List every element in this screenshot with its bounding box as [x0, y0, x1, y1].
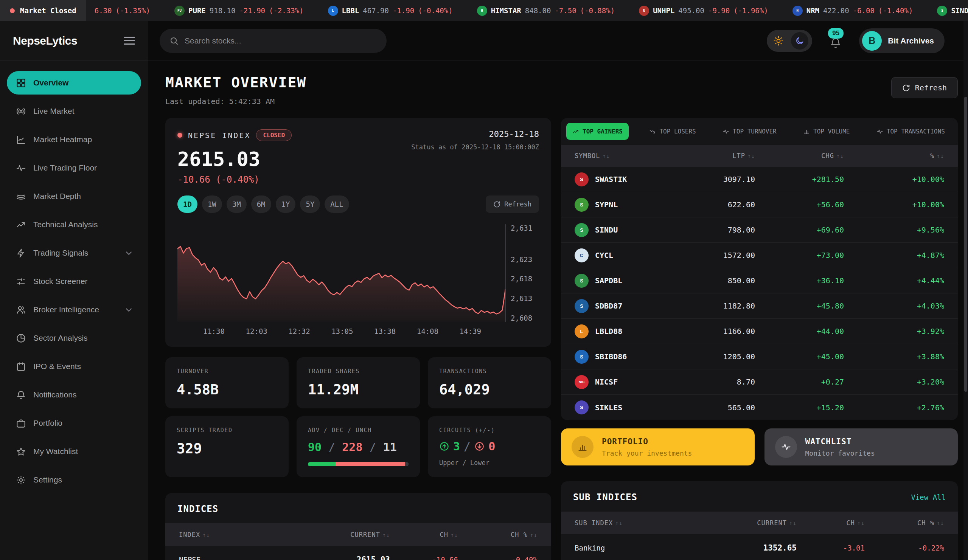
mover-row-cycl[interactable]: C CYCL 1572.00 +73.00 +4.87%: [561, 243, 958, 268]
column-header[interactable]: INDEX↑↓: [179, 531, 307, 538]
sub-index-row-banking[interactable]: Banking 1352.65 -3.01 -0.22%: [561, 534, 958, 560]
mover-row-sapdbl[interactable]: S SAPDBL 850.00 +36.10 +4.44%: [561, 268, 958, 293]
bars-icon: [803, 128, 810, 135]
y-axis-label: 2,613: [511, 294, 532, 303]
tab-top-turnover[interactable]: TOP TURNOVER: [716, 123, 782, 140]
range-button-1d[interactable]: 1D: [177, 196, 197, 213]
bell-icon: [16, 390, 26, 400]
ticker-pct: (-1.40%): [878, 7, 913, 15]
sort-icon: ↑↓: [530, 532, 537, 538]
sidebar-item-live-market[interactable]: Live Market: [7, 99, 141, 123]
sidebar-item-settings[interactable]: Settings: [7, 468, 141, 492]
sidebar-item-notifications[interactable]: Notifications: [7, 383, 141, 406]
column-header[interactable]: CH %↑↓: [458, 531, 537, 538]
sidebar-item-market-depth[interactable]: Market Depth: [7, 184, 141, 208]
sidebar-collapse-button[interactable]: [124, 36, 135, 45]
sidebar-item-trading-signals[interactable]: Trading Signals: [7, 241, 141, 265]
range-button-1w[interactable]: 1W: [202, 196, 222, 213]
column-header[interactable]: CH↑↓: [390, 531, 458, 538]
ticker-item-himstar[interactable]: HHIMSTAR848.00-7.50(-0.88%): [477, 6, 615, 16]
stock-change: +45.80: [755, 302, 844, 310]
sidebar-item-technical-analysis[interactable]: Technical Analysis: [7, 213, 141, 236]
page-refresh-label: Refresh: [915, 83, 947, 92]
avatar: B: [862, 31, 882, 51]
sidebar-item-portfolio[interactable]: Portfolio: [7, 411, 141, 435]
sidebar-nav: Overview Live Market Market Heatmap Live…: [0, 61, 148, 502]
ticker-item-pure[interactable]: PUPURE918.10-21.90(-2.33%): [174, 6, 304, 16]
mover-row-sikles[interactable]: S SIKLES 565.00 +15.20 +2.76%: [561, 395, 958, 420]
ticker-item[interactable]: 6.30(-1.35%): [94, 7, 150, 15]
range-button-6m[interactable]: 6M: [251, 196, 271, 213]
column-header[interactable]: CURRENT↑↓: [307, 531, 390, 538]
watchlist-button[interactable]: WATCHLIST Monitor favorites: [764, 428, 958, 466]
mover-row-swastik[interactable]: S SWASTIK 3097.10 +281.50 +10.00%: [561, 167, 958, 192]
search-bar[interactable]: [160, 29, 386, 53]
column-header[interactable]: SUB INDEX↑↓: [575, 519, 713, 527]
column-header[interactable]: CH %↑↓: [865, 519, 944, 527]
stock-logo: S: [575, 223, 588, 237]
sidebar-item-market-heatmap[interactable]: Market Heatmap: [7, 128, 141, 151]
stock-symbol: SWASTIK: [595, 175, 627, 184]
sidebar-item-broker-intelligence[interactable]: Broker Intelligence: [7, 298, 141, 321]
mover-row-lbld88[interactable]: L LBLD88 1166.00 +44.00 +3.92%: [561, 319, 958, 344]
mover-row-sypnl[interactable]: S SYPNL 622.60 +56.60 +10.00%: [561, 192, 958, 217]
scrollbar-thumb[interactable]: [964, 97, 967, 392]
view-all-link[interactable]: View All: [911, 493, 946, 501]
topbar: 95 B Bit Archives: [148, 21, 968, 61]
ticker-item-nrm[interactable]: NNRM422.00-6.00(-1.40%): [792, 6, 913, 16]
declined-count: 228: [342, 441, 362, 454]
range-button-1y[interactable]: 1Y: [276, 196, 296, 213]
stock-change: +15.20: [755, 403, 844, 412]
stat-card-traded-shares: TRADED SHARES 11.29M: [297, 357, 420, 408]
range-button-5y[interactable]: 5Y: [300, 196, 320, 213]
sidebar-item-sector-analysis[interactable]: Sector Analysis: [7, 326, 141, 350]
column-header[interactable]: LTP↑↓: [676, 152, 755, 159]
sort-icon: ↑↓: [937, 153, 944, 159]
column-header[interactable]: CHG↑↓: [755, 152, 844, 159]
ticker-symbol: PURE: [188, 7, 206, 15]
sidebar-item-label: Overview: [33, 78, 68, 87]
page-refresh-button[interactable]: Refresh: [891, 77, 958, 98]
mover-row-sbibd86[interactable]: S SBIBD86 1205.00 +45.00 +3.88%: [561, 344, 958, 369]
mover-row-nicsf[interactable]: NIC NICSF 8.70 +0.27 +3.20%: [561, 369, 958, 395]
sidebar-item-stock-screener[interactable]: Stock Screener: [7, 270, 141, 293]
sidebar-item-live-trading-floor[interactable]: Live Trading Floor: [7, 156, 141, 180]
column-header[interactable]: CURRENT↑↓: [713, 519, 797, 527]
column-header[interactable]: SYMBOL↑↓: [575, 152, 676, 159]
index-row-nepse[interactable]: NEPSE 2615.03 -10.66 -0.40%: [165, 546, 551, 560]
index-row-current: 1352.65: [713, 543, 797, 552]
sidebar-item-label: Live Market: [33, 107, 75, 116]
page-scrollbar[interactable]: [963, 21, 968, 560]
range-button-all[interactable]: ALL: [325, 196, 349, 213]
column-header[interactable]: %↑↓: [844, 152, 944, 159]
mover-row-sindu[interactable]: S SINDU 798.00 +69.60 +9.56%: [561, 217, 958, 243]
tab-top-volume[interactable]: TOP VOLUME: [797, 123, 856, 140]
stock-ltp: 1182.80: [676, 302, 755, 310]
notifications-button[interactable]: 95: [827, 33, 844, 49]
ticker-item-unhpl[interactable]: UUNHPL495.00-9.90(-1.96%): [639, 6, 768, 16]
tab-top-gainers[interactable]: TOP GAINERS: [566, 123, 629, 140]
tab-top-transactions[interactable]: TOP TRANSACTIONS: [870, 123, 951, 140]
stock-ltp: 1166.00: [676, 327, 755, 336]
right-column: TOP GAINERSTOP LOSERSTOP TURNOVERTOP VOL…: [561, 118, 958, 560]
stat-card-circuits: CIRCUITS (+/-) 3 / 0 Upper / Lower: [428, 416, 551, 477]
chart-refresh-button[interactable]: Refresh: [486, 196, 539, 213]
ticker-item-sindu[interactable]: SSINDU798.00+69.60(+9.56%): [937, 6, 968, 16]
sidebar-item-ipo-events[interactable]: IPO & Events: [7, 355, 141, 378]
mover-row-sdbd87[interactable]: S SDBD87 1182.80 +45.80 +4.03%: [561, 293, 958, 319]
tab-top-losers[interactable]: TOP LOSERS: [643, 123, 702, 140]
range-button-3m[interactable]: 3M: [227, 196, 247, 213]
theme-toggle[interactable]: [767, 30, 812, 52]
stat-value: 4.58B: [177, 381, 277, 398]
y-axis-label: 2,631: [511, 224, 532, 232]
movers-tabs: TOP GAINERSTOP LOSERSTOP TURNOVERTOP VOL…: [561, 118, 958, 145]
column-header[interactable]: CH↑↓: [797, 519, 865, 527]
nepse-index-card: NEPSE INDEX CLOSED 2615.03 -10.66 (-0.40…: [165, 118, 551, 347]
ticker-change: -21.90: [239, 7, 265, 15]
ticker-item-lbbl[interactable]: LLBBL467.90-1.90(-0.40%): [328, 6, 453, 16]
sidebar-item-my-watchlist[interactable]: My Watchlist: [7, 440, 141, 463]
user-menu[interactable]: B Bit Archives: [859, 28, 945, 53]
search-input[interactable]: [185, 36, 377, 45]
sidebar-item-overview[interactable]: Overview: [7, 71, 141, 94]
portfolio-button[interactable]: PORTFOLIO Track your investments: [561, 428, 755, 466]
